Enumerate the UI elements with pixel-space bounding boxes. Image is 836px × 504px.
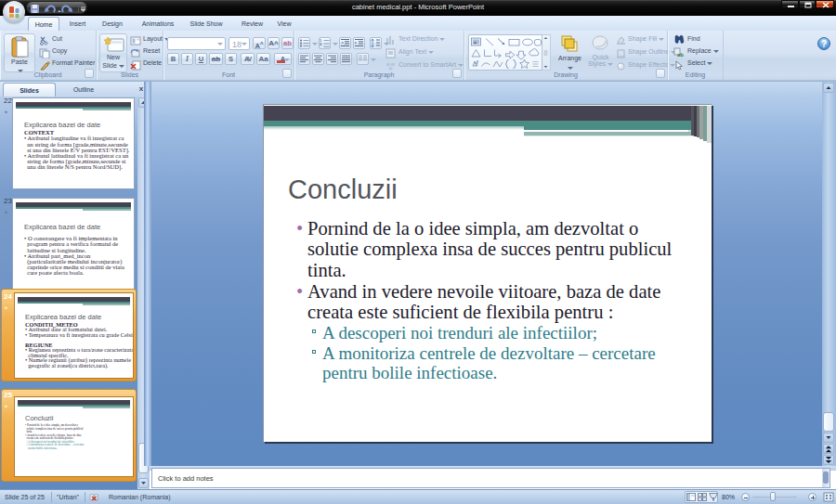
svg-text:ab: ab: [677, 52, 684, 58]
svg-text:2: 2: [320, 42, 322, 46]
